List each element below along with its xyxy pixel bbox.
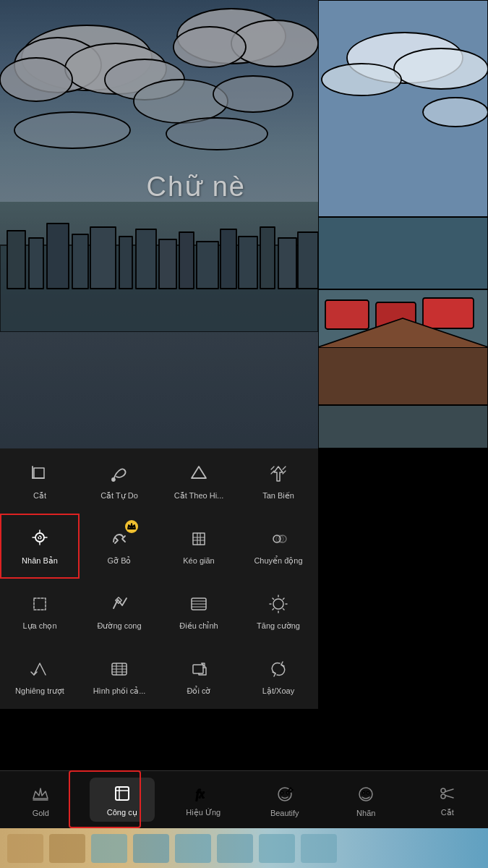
svg-text:fx: fx bbox=[196, 788, 205, 801]
svg-line-65 bbox=[283, 609, 285, 610]
ad-strip bbox=[0, 828, 488, 868]
ad-thumb-2 bbox=[49, 834, 85, 863]
tool-lat-xoay[interactable]: Lật/Xoay bbox=[239, 644, 318, 709]
tool-hinh-phoi-ca-label: Hình phối cả... bbox=[93, 686, 146, 696]
svg-marker-42 bbox=[274, 467, 283, 481]
tool-chuyen-dong-label: Chuyển động bbox=[254, 556, 302, 566]
tool-cat-theo-hinh-label: Cắt Theo Hi... bbox=[174, 491, 224, 501]
remove-icon bbox=[106, 526, 132, 552]
tool-doi-co-label: Đổi cờ bbox=[187, 686, 211, 696]
dark-overlay bbox=[0, 0, 318, 448]
tool-duong-cong-label: Đường cong bbox=[97, 621, 141, 631]
tool-nghieng-truot[interactable]: Nghiêng trượt bbox=[0, 644, 80, 709]
svg-rect-39 bbox=[318, 405, 488, 448]
nav-gold[interactable]: Gold bbox=[8, 783, 73, 817]
tool-keo-gian-label: Kéo giãn bbox=[183, 556, 214, 566]
crop-icon bbox=[27, 461, 53, 487]
resize-icon bbox=[186, 656, 212, 682]
blend-icon bbox=[106, 656, 132, 682]
svg-line-66 bbox=[283, 598, 285, 600]
tool-cat-label: Cắt bbox=[33, 491, 46, 501]
tool-lua-chon[interactable]: Lựa chọn bbox=[0, 579, 80, 644]
adjust-icon bbox=[186, 591, 212, 617]
face-icon bbox=[273, 783, 296, 806]
ad-thumb-4 bbox=[133, 834, 169, 863]
motion-icon bbox=[265, 526, 291, 552]
clone-icon bbox=[27, 526, 53, 552]
shapecut-icon bbox=[186, 461, 212, 487]
svg-rect-45 bbox=[193, 533, 205, 545]
tool-go-bo-label: Gỡ Bỏ bbox=[108, 556, 132, 566]
nav-hieu-ung-label: Hiệu Ứng bbox=[186, 808, 221, 817]
svg-line-64 bbox=[273, 598, 274, 600]
tool-lua-chon-label: Lựa chọn bbox=[22, 621, 56, 631]
nav-cong-cu-label: Công cụ bbox=[107, 808, 137, 817]
nav-beautify[interactable]: Beautify bbox=[252, 783, 317, 817]
svg-point-59 bbox=[273, 599, 283, 609]
tool-dieu-chinh-label: Điều chỉnh bbox=[179, 621, 218, 631]
svg-point-31 bbox=[322, 64, 401, 95]
tool-tang-cuong[interactable]: Tăng cường bbox=[239, 579, 318, 644]
tool-dieu-chinh[interactable]: Điều chỉnh bbox=[159, 579, 239, 644]
tool-cat-theo-hinh[interactable]: Cắt Theo Hi... bbox=[159, 448, 239, 514]
ad-thumb-1 bbox=[7, 834, 43, 863]
tool-doi-co[interactable]: Đổi cờ bbox=[159, 644, 239, 709]
enhance-icon bbox=[265, 591, 291, 617]
dissolve-icon bbox=[265, 461, 291, 487]
ad-thumb-7 bbox=[259, 834, 295, 863]
svg-point-83 bbox=[286, 791, 288, 793]
ad-thumb-8 bbox=[301, 834, 337, 863]
svg-point-32 bbox=[423, 98, 488, 127]
svg-point-41 bbox=[112, 478, 115, 481]
svg-point-82 bbox=[281, 791, 283, 793]
tool-tan-bien[interactable]: Tan Biến bbox=[239, 448, 318, 514]
svg-point-43 bbox=[35, 533, 44, 542]
svg-rect-74 bbox=[193, 665, 203, 673]
fliprotate-icon bbox=[265, 656, 291, 682]
freecut-icon bbox=[106, 461, 132, 487]
ad-thumb-5 bbox=[175, 834, 211, 863]
gold-badge bbox=[125, 520, 138, 533]
svg-rect-35 bbox=[325, 300, 369, 329]
ad-thumb-3 bbox=[91, 834, 127, 863]
nav-cat-label: Cắt bbox=[441, 808, 454, 817]
fx-icon: fx bbox=[192, 782, 215, 805]
scissors-icon bbox=[436, 782, 459, 805]
nav-nhan[interactable]: Nhãn bbox=[333, 783, 398, 817]
crown-icon bbox=[29, 783, 52, 806]
crop-nav-icon bbox=[111, 782, 134, 805]
tool-cat-tu-do[interactable]: Cắt Tự Do bbox=[80, 448, 159, 514]
tool-keo-gian[interactable]: Kéo giãn bbox=[159, 514, 239, 579]
svg-line-90 bbox=[445, 796, 453, 799]
tool-duong-cong[interactable]: Đường cong bbox=[80, 579, 159, 644]
svg-rect-77 bbox=[116, 787, 129, 800]
tool-hinh-phoi-ca[interactable]: Hình phối cả... bbox=[80, 644, 159, 709]
text-overlay: Chữ nè bbox=[147, 171, 246, 203]
svg-line-67 bbox=[273, 609, 274, 610]
ad-content bbox=[0, 828, 488, 868]
svg-rect-53 bbox=[34, 598, 46, 610]
tool-nhan-ban-label: Nhân Bản bbox=[22, 556, 58, 566]
svg-point-44 bbox=[38, 536, 41, 539]
nav-gold-label: Gold bbox=[33, 809, 49, 817]
select-icon bbox=[27, 591, 53, 617]
tools-panel: Cắt Cắt Tự Do Cắt Theo Hi... Tan Biến bbox=[0, 448, 318, 709]
tool-lat-xoay-label: Lật/Xoay bbox=[262, 686, 294, 696]
tool-chuyen-dong[interactable]: Chuyển động bbox=[239, 514, 318, 579]
svg-point-85 bbox=[363, 791, 365, 793]
tool-go-bo[interactable]: Gỡ Bỏ bbox=[80, 514, 159, 579]
bottom-nav: Gold Công cụ fx Hiệu Ứng bbox=[0, 770, 488, 828]
nav-cat[interactable]: Cắt bbox=[415, 782, 480, 817]
right-photo-svg bbox=[318, 0, 488, 448]
photo-canvas: Chữ nè bbox=[0, 0, 488, 448]
svg-line-89 bbox=[445, 789, 453, 792]
nav-hieu-ung[interactable]: fx Hiệu Ứng bbox=[171, 782, 236, 817]
svg-point-30 bbox=[394, 48, 488, 89]
tool-nhan-ban[interactable]: Nhân Bản bbox=[0, 514, 80, 579]
tool-nghieng-truot-label: Nghiêng trượt bbox=[15, 686, 64, 696]
svg-rect-37 bbox=[423, 298, 474, 328]
nav-cong-cu[interactable]: Công cụ bbox=[90, 778, 155, 822]
ad-thumb-6 bbox=[217, 834, 253, 863]
tool-cat[interactable]: Cắt bbox=[0, 448, 80, 514]
svg-rect-40 bbox=[34, 468, 44, 478]
